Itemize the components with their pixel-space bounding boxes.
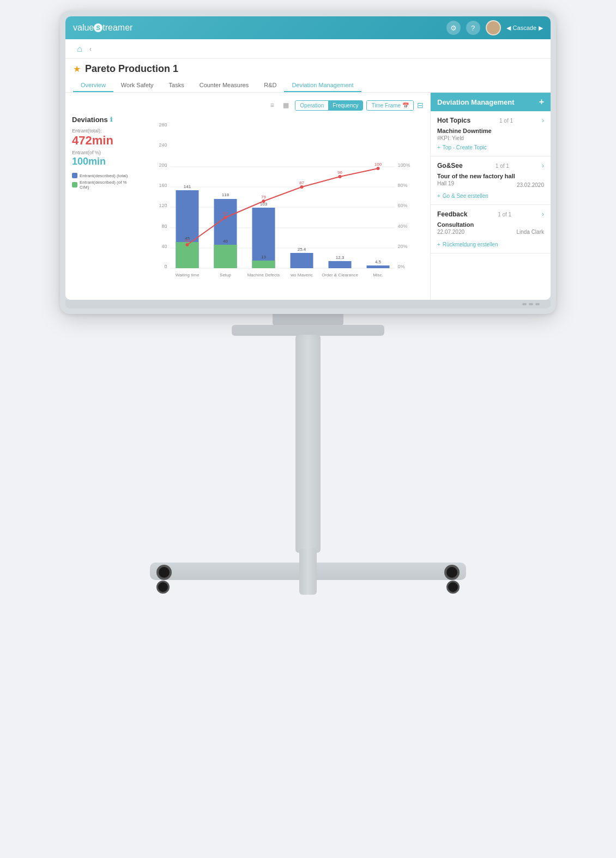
feedback-count: 1 of 1 <box>498 212 511 217</box>
chart-legend: Entrant(described) (total) Entrant(descr… <box>72 173 132 190</box>
tab-tasks[interactable]: Tasks <box>161 79 192 92</box>
svg-text:40: 40 <box>161 244 167 249</box>
app-logo: value S treamer <box>73 23 132 33</box>
svg-text:80: 80 <box>161 223 167 229</box>
svg-text:0%: 0% <box>398 264 405 269</box>
deviation-management-header: Deviation Management + <box>431 93 551 111</box>
feedback-item-date: 22.07.2020 <box>437 229 464 235</box>
svg-text:280: 280 <box>159 122 167 128</box>
nav-tabs: Overview Work Safety Tasks Counter Measu… <box>73 79 543 92</box>
time-frame-group: Time Frame 📅 <box>366 100 414 111</box>
svg-text:Order & Clearance: Order & Clearance <box>322 273 358 277</box>
avatar[interactable] <box>486 20 501 35</box>
add-deviation-button[interactable]: + <box>539 97 544 107</box>
settings-icon[interactable]: ⚙ <box>446 21 461 35</box>
create-topic-button[interactable]: + Top - Create Topic <box>437 144 544 150</box>
hot-topics-item-sub: #KPI: Yield <box>437 135 544 141</box>
header-icons: ⚙ ? ◀ Cascade ▶ <box>446 20 543 35</box>
svg-text:118: 118 <box>222 192 230 197</box>
stand-base <box>150 548 466 595</box>
svg-text:79: 79 <box>261 195 266 200</box>
stand-container: value S treamer ⚙ ? ◀ Cascade ▶ ⌂ <box>0 0 616 858</box>
svg-text:96: 96 <box>337 170 342 175</box>
tab-counter-measures[interactable]: Counter Measures <box>192 79 257 92</box>
bar-misc-blue <box>367 265 390 268</box>
page-title: Pareto Production 1 <box>85 63 178 75</box>
feedback-item-title: Consultation <box>437 221 544 228</box>
svg-text:87: 87 <box>299 180 304 185</box>
metric-sub-value: 100min <box>72 156 132 166</box>
wheel-front-left <box>156 565 172 580</box>
list-view-button[interactable]: ≡ <box>266 99 278 111</box>
svg-text:42: 42 <box>185 238 190 243</box>
svg-text:120: 120 <box>159 203 167 208</box>
svg-point-37 <box>262 200 265 203</box>
pareto-chart: 0 40 80 120 160 200 240 280 0% 20% <box>137 116 424 279</box>
feedback-header: Feedback 1 of 1 › <box>437 210 544 218</box>
wheel-back-right <box>446 581 460 594</box>
svg-text:12.3: 12.3 <box>336 255 345 260</box>
bar-setup-green <box>214 245 237 268</box>
stand-shelf <box>232 325 384 336</box>
monitor-screen: value S treamer ⚙ ? ◀ Cascade ▶ ⌂ <box>65 16 551 300</box>
svg-point-38 <box>300 185 304 189</box>
view-toggle: ≡ ▦ <box>266 99 292 111</box>
svg-text:80%: 80% <box>398 183 408 188</box>
svg-text:wo Maveric: wo Maveric <box>290 273 312 277</box>
hot-topics-header: Hot Topics 1 of 1 › <box>437 117 544 124</box>
create-go-see-button[interactable]: + Go & See erstellen <box>437 193 544 199</box>
svg-text:67: 67 <box>223 211 228 216</box>
logo-s: S <box>94 23 102 32</box>
monitor-outer: value S treamer ⚙ ? ◀ Cascade ▶ ⌂ <box>60 11 556 314</box>
tab-work-safety[interactable]: Work Safety <box>113 79 161 92</box>
go-see-item-date: 23.02.2020 <box>517 182 544 188</box>
svg-text:141: 141 <box>184 184 191 189</box>
svg-text:Setup: Setup <box>220 273 231 277</box>
filter-icon[interactable]: ⊟ <box>417 101 424 110</box>
hot-topics-chevron[interactable]: › <box>542 117 544 124</box>
feedback-section: Feedback 1 of 1 › Consultation 22.07.202… <box>431 205 551 253</box>
svg-point-39 <box>339 175 342 178</box>
feedback-title: Feedback <box>437 210 467 218</box>
chart-view-button[interactable]: ▦ <box>280 99 292 111</box>
stand-neck-top <box>273 314 343 326</box>
star-icon: ★ <box>73 64 81 74</box>
time-frame-button[interactable]: Time Frame 📅 <box>367 101 413 110</box>
go-see-item-title: Tour of the new factory hall <box>437 173 544 179</box>
bar-machine-green <box>252 261 275 268</box>
deviations-title: Deviations ℹ <box>72 116 132 124</box>
svg-text:100: 100 <box>375 162 382 167</box>
help-icon[interactable]: ? <box>466 21 480 35</box>
svg-text:40%: 40% <box>398 223 408 229</box>
create-feedback-button[interactable]: + Rückmeldung erstellen <box>437 241 544 247</box>
legend-item-green: Entrant(described) (of % CIM) <box>72 180 132 190</box>
cascade-button[interactable]: ◀ Cascade ▶ <box>506 25 543 32</box>
tab-overview[interactable]: Overview <box>73 79 113 92</box>
feedback-chevron[interactable]: › <box>542 210 544 218</box>
filter-toggle-group: Operation Frequency <box>295 100 363 111</box>
hot-topics-item-title: Machine Downtime <box>437 128 544 134</box>
svg-text:25.4: 25.4 <box>298 247 306 252</box>
info-icon[interactable]: ℹ <box>110 116 112 123</box>
svg-point-40 <box>377 167 380 170</box>
go-see-count: 1 of 1 <box>496 163 509 169</box>
go-see-title: Go&See <box>437 162 463 170</box>
svg-text:0: 0 <box>164 264 167 269</box>
frequency-filter-button[interactable]: Frequency <box>328 101 363 110</box>
feedback-item-person: Linda Clark <box>516 229 544 235</box>
svg-point-36 <box>224 216 227 219</box>
sub-header: ⌂ ‹ <box>65 39 551 59</box>
go-see-chevron[interactable]: › <box>542 162 544 170</box>
tab-deviation-management[interactable]: Deviation Management <box>284 79 361 92</box>
svg-text:60%: 60% <box>398 203 408 208</box>
home-button[interactable]: ⌂ <box>72 41 87 57</box>
svg-text:Waiting time: Waiting time <box>176 273 200 277</box>
bar-order-blue <box>329 261 352 268</box>
svg-text:200: 200 <box>159 162 167 168</box>
main-content: ≡ ▦ Operation Frequency Time Frame 📅 <box>65 93 551 300</box>
wheel-back-left <box>156 581 170 594</box>
operation-filter-button[interactable]: Operation <box>295 101 328 110</box>
svg-point-35 <box>186 243 189 246</box>
stand-pole <box>295 335 321 553</box>
tab-rd[interactable]: R&D <box>256 79 284 92</box>
